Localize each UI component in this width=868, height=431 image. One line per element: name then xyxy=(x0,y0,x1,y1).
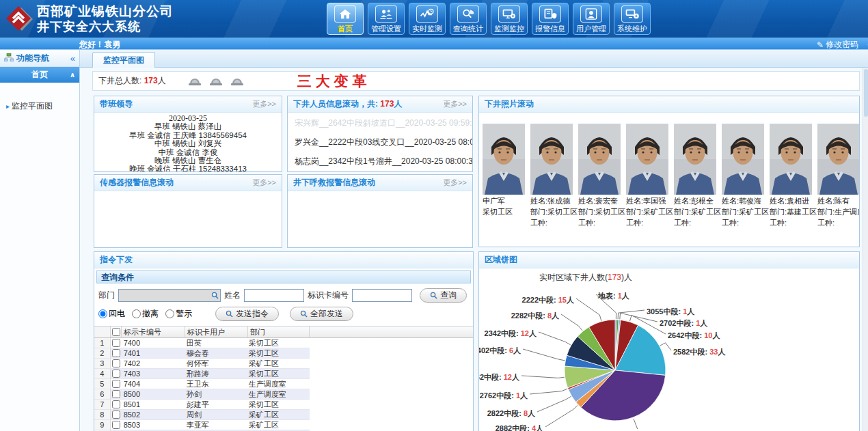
row-checkbox[interactable] xyxy=(112,349,120,357)
leader-line: 晚班 金诚信 于石柱 15248333413 xyxy=(94,165,282,172)
change-password-link[interactable]: ✎ 修改密码 xyxy=(817,39,858,50)
system-maintain-icon xyxy=(621,5,643,23)
user-greeting: 您好！袁勇 xyxy=(79,39,120,50)
more-link[interactable]: 更多>> xyxy=(443,96,467,112)
dept-search-icon[interactable] xyxy=(211,292,219,301)
photo-job: 工种: xyxy=(817,219,860,227)
more-link[interactable]: 更多>> xyxy=(443,175,467,191)
nav-alarm-info[interactable]: 报警信息 xyxy=(532,3,569,35)
panel-command-dispatch: 指令下发 查询条件 部门 姓名 标识卡编号 查询 xyxy=(94,251,474,431)
sidebar-item-home[interactable]: 首页 ∧ xyxy=(0,67,79,83)
panel-sos-alarm: 井下呼救报警信息滚动 更多>> xyxy=(287,174,473,248)
alarm-siren-icon[interactable] xyxy=(230,76,244,86)
panel-title: 井下呼救报警信息滚动 xyxy=(293,175,375,191)
table-row[interactable]: 98503李亚军采矿工区 xyxy=(94,420,310,430)
miner-photo xyxy=(483,124,526,195)
miner-photo xyxy=(578,124,622,195)
pie-label: 2882中段: 4人 xyxy=(496,424,544,431)
panel-title: 下井人员信息滚动，共: 173人 xyxy=(293,96,402,112)
nav-query-stats[interactable]: 查询统计 xyxy=(450,3,487,35)
dept-input[interactable] xyxy=(118,289,221,302)
row-number: 5 xyxy=(94,379,111,389)
miner-photo xyxy=(674,124,718,195)
sidebar-item-monitor-plan[interactable]: ▸监控平面图 xyxy=(0,100,79,112)
cell-dept: 采矿工区 xyxy=(247,420,308,430)
card-no-input[interactable] xyxy=(352,289,412,302)
pie-label: 2822中段: 8人 xyxy=(487,409,536,418)
miner-photo xyxy=(817,124,860,195)
radio-evacuate[interactable]: 撤离 xyxy=(132,308,159,320)
pie-label-leader xyxy=(660,343,671,350)
personnel-item: 杨志岗__2342中段1号溜井__2020-03-25 08:00:30 xyxy=(295,156,472,167)
row-checkbox[interactable] xyxy=(112,380,120,388)
cell-dept: 生产调度室 xyxy=(247,389,308,399)
nav-home[interactable]: 首页 xyxy=(327,3,364,35)
miner-photo xyxy=(626,124,670,195)
query-conditions-header: 查询条件 xyxy=(96,270,471,283)
photo-job: 工种: xyxy=(770,219,813,227)
monitor-control-icon xyxy=(498,5,520,23)
sub-header: 您好！袁勇 ✎ 修改密码 退出 xyxy=(0,38,868,50)
send-all-button[interactable]: 全部发送 xyxy=(290,307,353,321)
cell-dept: 采切工区 xyxy=(247,369,308,378)
table-row[interactable]: 88502周剑采矿工区 xyxy=(94,410,310,420)
nav-user-manage[interactable]: 用户管理 xyxy=(573,3,610,35)
query-button[interactable]: 查询 xyxy=(420,288,467,303)
personnel-item: 宋兴辉__2642中段斜坡道口__2020-03-25 09:59:26 xyxy=(295,117,472,129)
system-name: 井下安全六大系统 xyxy=(37,19,174,35)
pie-label: 2342中段: 12人 xyxy=(485,329,537,338)
name-input[interactable] xyxy=(244,289,304,302)
alarm-siren-icon[interactable] xyxy=(188,76,202,86)
photo-dept: 部门:采切工区 xyxy=(578,208,622,217)
row-number: 4 xyxy=(94,369,111,378)
alarm-siren-icon[interactable] xyxy=(209,76,223,86)
photo-card: 申广军采切工区 xyxy=(483,124,526,227)
cell-card-user: 王卫东 xyxy=(185,379,247,389)
photo-name: 姓名:裴宏奎 xyxy=(578,197,622,206)
table-row[interactable]: 37402何怀军采矿工区 xyxy=(94,359,310,369)
row-checkbox[interactable] xyxy=(112,411,120,419)
select-all-checkbox[interactable] xyxy=(112,328,120,336)
row-checkbox[interactable] xyxy=(112,370,120,378)
cell-card-no: 7401 xyxy=(122,348,185,358)
panel-photo-scroll: 下井照片滚动 申广军采切工区 姓名:张成德部门:采切工区工种:姓名:裴宏奎部门:… xyxy=(478,96,860,247)
pie-label-leader xyxy=(634,419,638,429)
row-checkbox[interactable] xyxy=(112,359,120,367)
photo-card: 姓名:韩俊海部门:采矿工区工种: xyxy=(722,124,765,227)
send-command-button[interactable]: 发送指令 xyxy=(215,307,279,321)
table-row[interactable]: 57404王卫东生产调度室 xyxy=(94,379,310,389)
cell-card-user: 周剑 xyxy=(185,410,247,419)
tab-monitor-plan[interactable]: 监控平面图 xyxy=(92,52,155,68)
photo-job: 工种: xyxy=(626,219,670,227)
row-checkbox[interactable] xyxy=(112,339,120,347)
query-form-row: 部门 姓名 标识卡编号 查询 xyxy=(94,286,473,304)
table-row[interactable]: 27401穆会春采切工区 xyxy=(94,348,310,359)
collapse-sidebar-icon[interactable]: « xyxy=(70,53,75,64)
photo-name: 姓名:张成德 xyxy=(530,197,574,206)
sub-links: ✎ 修改密码 退出 xyxy=(817,39,868,50)
personnel-item: 罗兴金__2222中段03线交叉口__2020-03-25 08:00:24 xyxy=(295,137,472,148)
row-checkbox[interactable] xyxy=(112,390,120,398)
nav-monitor-control[interactable]: 监测监控 xyxy=(491,3,528,35)
nav-system-maintain[interactable]: 系统维护 xyxy=(614,3,651,35)
app-title: 西部矿业锡铁山分公司 井下安全六大系统 xyxy=(37,3,174,35)
table-row[interactable]: 17400田英采切工区 xyxy=(94,338,310,348)
row-checkbox[interactable] xyxy=(112,421,120,429)
radio-warn[interactable]: 警示 xyxy=(165,308,192,320)
pie-chart-title: 实时区域下井人数(173)人 xyxy=(539,272,859,283)
scrollbar-thumb[interactable] xyxy=(864,69,868,117)
table-row[interactable]: 68500孙剑生产调度室 xyxy=(94,389,310,400)
row-checkbox[interactable] xyxy=(112,400,120,408)
more-link[interactable]: 更多>> xyxy=(252,175,276,191)
table-row[interactable]: 78501彭建平采切工区 xyxy=(94,400,310,410)
cell-card-no: 8503 xyxy=(122,420,185,430)
table-row[interactable]: 47403邢路涛采切工区 xyxy=(94,369,310,379)
cell-dept: 采矿工区 xyxy=(247,359,308,368)
nav-manage-settings[interactable]: 管理设置 xyxy=(368,3,405,35)
radio-callback[interactable]: 回电 xyxy=(98,308,125,320)
nav-realtime-monitor[interactable]: 实时监测 xyxy=(409,3,446,35)
pie-label: 2582中段: 33人 xyxy=(673,348,726,357)
more-link[interactable]: 更多>> xyxy=(252,96,276,112)
cell-card-no: 8501 xyxy=(122,400,185,409)
vertical-scrollbar[interactable] xyxy=(863,68,868,431)
